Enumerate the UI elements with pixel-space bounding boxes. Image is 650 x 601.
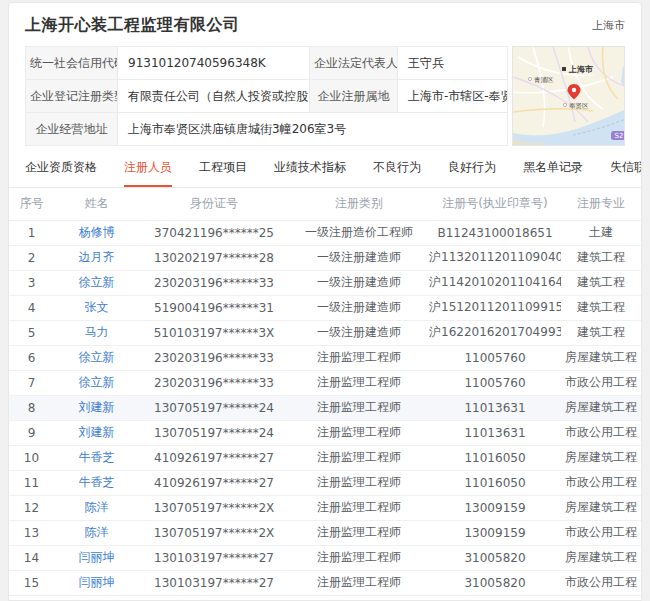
tab-label: 黑名单记录 [523, 160, 583, 174]
cell-category: 注册监理工程师 [289, 370, 429, 395]
cell-id-number: 130705197******24 [139, 395, 289, 420]
table-row: 14 闫丽坤 130103197******27 注册监理工程师 3100582… [9, 545, 641, 570]
person-name-link[interactable]: 边月齐 [79, 250, 115, 264]
person-name-link[interactable]: 陈洋 [85, 500, 109, 514]
table-row: 15 闫丽坤 130103197******27 注册监理工程师 3100582… [9, 570, 641, 595]
company-info-section: 统一社会信用代码 91310120740596348K 企业法定代表人 王守兵 … [9, 46, 641, 146]
info-label: 企业法定代表人 [310, 47, 398, 80]
person-name-link[interactable]: 刘建新 [79, 425, 115, 439]
person-name-link[interactable]: 杨修博 [79, 225, 115, 239]
tab[interactable]: 失信联合惩戒记录 [610, 159, 642, 187]
person-name-link[interactable]: 徐立新 [79, 275, 115, 289]
cell-seq: 5 [9, 320, 54, 345]
person-name-link[interactable]: 闫丽坤 [79, 575, 115, 589]
table-row: 12 陈洋 130705197******2X 注册监理工程师 13009159… [9, 495, 641, 520]
cell-id-number: 230203196******33 [139, 370, 289, 395]
person-name-link[interactable]: 牛香芝 [79, 450, 115, 464]
person-name-link[interactable]: 牛香芝 [79, 475, 115, 489]
cell-id-number: 130705197******2X [139, 520, 289, 545]
cell-specialty: 建筑工程 [561, 320, 641, 345]
cell-id-number: 370421196******25 [139, 220, 289, 245]
company-info-table: 统一社会信用代码 91310120740596348K 企业法定代表人 王守兵 … [25, 46, 508, 146]
cell-specialty: 市政公用工程 [561, 420, 641, 445]
col-header-category: 注册类别 [289, 188, 429, 220]
cell-specialty: 市政公用工程 [561, 470, 641, 495]
person-name-link[interactable]: 张文 [85, 300, 109, 314]
cell-seq: 3 [9, 270, 54, 295]
cell-id-number: 230203196******33 [139, 345, 289, 370]
page: 上海开心装工程监理有限公司 上海市 统一社会信用代码 9131012074059… [0, 2, 650, 601]
tab-label: 业绩技术指标 [274, 160, 346, 174]
cell-category: 一级注册建造师 [289, 245, 429, 270]
info-row: 统一社会信用代码 91310120740596348K 企业法定代表人 王守兵 [26, 47, 508, 80]
cell-id-number: 510103197******3X [139, 320, 289, 345]
cell-specialty: 市政公用工程 [561, 570, 641, 595]
tab[interactable]: 企业资质资格 [25, 159, 97, 187]
person-name-link[interactable]: 闫丽坤 [79, 550, 115, 564]
tab-label: 工程项目 [199, 160, 247, 174]
table-row: 6 徐立新 230203196******33 注册监理工程师 11005760… [9, 345, 641, 370]
person-name-link[interactable]: 陈洋 [85, 525, 109, 539]
col-header-id: 身份证号 [139, 188, 289, 220]
cell-seq: 14 [9, 545, 54, 570]
cell-seq: 11 [9, 470, 54, 495]
cell-reg-number: 沪1132011201109040 [429, 245, 561, 270]
reg-type-value: 有限责任公司（自然人投资或控股） [118, 80, 310, 113]
cell-name: 张文 [54, 295, 139, 320]
cell-reg-number: 11005760 [429, 345, 561, 370]
people-table-body: 1 杨修博 370421196******25 一级注册造价工程师 B11243… [9, 220, 641, 595]
cell-category: 注册监理工程师 [289, 420, 429, 445]
cell-specialty: 建筑工程 [561, 270, 641, 295]
cell-name: 刘建新 [54, 395, 139, 420]
people-table-head: 序号 姓名 身份证号 注册类别 注册号(执业印章号) 注册专业 [9, 188, 641, 220]
info-label: 企业经营地址 [26, 113, 118, 146]
cell-specialty: 房屋建筑工程 [561, 545, 641, 570]
tab[interactable]: 注册人员 [124, 159, 172, 187]
cell-category: 注册监理工程师 [289, 445, 429, 470]
tab[interactable]: 黑名单记录 [523, 159, 583, 187]
cell-reg-number: 沪1512011201109915 [429, 295, 561, 320]
road-badge-s2: S2 [611, 131, 625, 140]
cell-seq: 8 [9, 395, 54, 420]
col-header-name: 姓名 [54, 188, 139, 220]
col-header-seq: 序号 [9, 188, 54, 220]
cell-name: 陈洋 [54, 520, 139, 545]
table-row: 13 陈洋 130705197******2X 注册监理工程师 13009159… [9, 520, 641, 545]
tab[interactable]: 良好行为 [448, 159, 496, 187]
map-district-marker [528, 77, 531, 80]
tab[interactable]: 业绩技术指标 [274, 159, 346, 187]
person-name-link[interactable]: 刘建新 [79, 400, 115, 414]
cell-reg-number: 沪1622016201704993 [429, 320, 561, 345]
info-label: 统一社会信用代码 [26, 47, 118, 80]
cell-seq: 13 [9, 520, 54, 545]
cell-id-number: 519004196******31 [139, 295, 289, 320]
info-label: 企业注册属地 [310, 80, 398, 113]
person-name-link[interactable]: 徐立新 [79, 350, 115, 364]
cell-name: 徐立新 [54, 370, 139, 395]
cell-id-number: 230203196******33 [139, 270, 289, 295]
cell-category: 注册监理工程师 [289, 470, 429, 495]
map-thumbnail[interactable]: 上海市 青浦区 奉贤区 S2 [512, 46, 625, 146]
credit-code-value: 91310120740596348K [118, 47, 310, 80]
cell-name: 边月齐 [54, 245, 139, 270]
cell-category: 一级注册建造师 [289, 270, 429, 295]
cell-specialty: 市政公用工程 [561, 370, 641, 395]
cell-specialty: 建筑工程 [561, 245, 641, 270]
person-name-link[interactable]: 马力 [85, 325, 109, 339]
person-name-link[interactable]: 徐立新 [79, 375, 115, 389]
cell-category: 一级注册建造师 [289, 320, 429, 345]
cell-name: 牛香芝 [54, 445, 139, 470]
tab[interactable]: 不良行为 [373, 159, 421, 187]
reg-area-value: 上海市-市辖区-奉贤区 [398, 80, 508, 113]
tab-label: 良好行为 [448, 160, 496, 174]
cell-id-number: 130103197******27 [139, 570, 289, 595]
tab[interactable]: 工程项目 [199, 159, 247, 187]
table-header-row: 序号 姓名 身份证号 注册类别 注册号(执业印章号) 注册专业 [9, 188, 641, 220]
cell-name: 刘建新 [54, 420, 139, 445]
cell-seq: 7 [9, 370, 54, 395]
table-row: 2 边月齐 130202197******28 一级注册建造师 沪1132011… [9, 245, 641, 270]
people-table: 序号 姓名 身份证号 注册类别 注册号(执业印章号) 注册专业 1 杨修博 37… [9, 188, 641, 596]
cell-reg-number: 11013631 [429, 420, 561, 445]
cell-reg-number: 13009159 [429, 495, 561, 520]
cell-reg-number: 11005760 [429, 370, 561, 395]
